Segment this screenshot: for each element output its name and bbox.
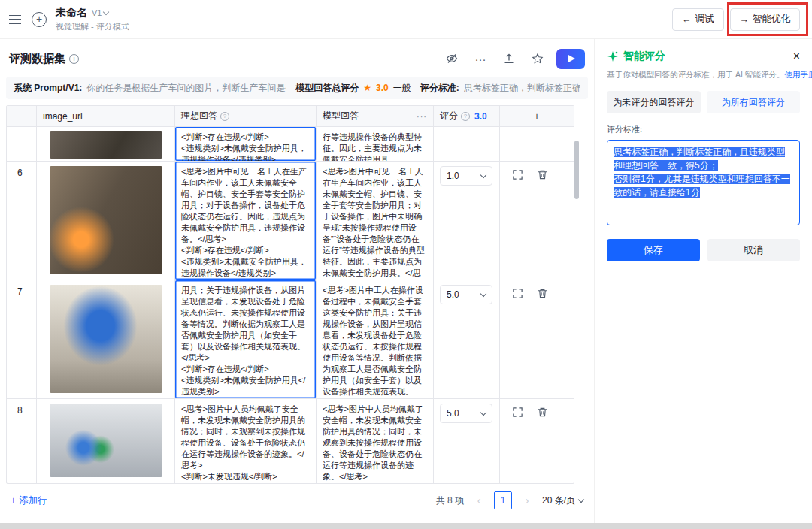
info-icon[interactable]: i: [69, 54, 79, 64]
image-cell: [37, 280, 175, 398]
score-value: 5.0: [447, 289, 459, 301]
hide-columns-icon[interactable]: [442, 49, 462, 68]
model-answer-cell[interactable]: <思考>图片中可见一名工人在生产车间内作业，该工人未佩戴安全帽、护目镜、安全手套…: [317, 162, 434, 280]
chevron-down-icon: [480, 409, 486, 415]
plus-icon: +: [534, 111, 539, 122]
page-size-label: 20 条/页: [542, 494, 575, 507]
more-icon[interactable]: ···: [471, 49, 490, 68]
add-row-button[interactable]: + 添加行: [11, 494, 47, 507]
chevron-down-icon: [578, 496, 584, 502]
score-select[interactable]: 5.0: [440, 404, 492, 423]
delete-icon[interactable]: [537, 288, 548, 299]
panel-description-text: 基于你对模型回答的评分标准，用于 AI 智能评分。: [607, 70, 784, 79]
chevron-down-icon: [103, 8, 109, 14]
score-select[interactable]: 5.0: [440, 285, 492, 304]
row-index: 7: [7, 280, 37, 398]
total-score-value: 3.0: [376, 83, 389, 93]
expand-icon[interactable]: [512, 169, 523, 180]
ideal-answer-text: <思考>图片中可见一名工人在生产车间内作业，该工人未佩戴安全帽、护目镜、安全手套…: [181, 166, 310, 279]
total-score-level: 一般: [393, 82, 411, 95]
row-index: 8: [7, 399, 37, 483]
model-answer-text: <思考>图片中人员均佩戴了安全帽，未发现未佩戴安全防护用具的情况；同时，未观察到…: [323, 404, 427, 483]
cancel-button[interactable]: 取消: [707, 239, 801, 261]
optimize-label: 智能优化: [753, 13, 790, 26]
star-rating-icon: ★: [363, 83, 371, 93]
image-cell: [37, 399, 175, 483]
column-more-icon[interactable]: ···: [417, 112, 427, 121]
ideal-answer-text: 用具；关于违规操作设备，从图片呈现信息看，未发现设备处于危险状态仍运行、未按操作…: [181, 285, 310, 398]
criteria-preview-label: 评分标准:: [420, 82, 459, 95]
table-row: 6 <思考>图片中可见一名工人在生产车间内作业，该工人未佩戴安全帽、护目镜、安全…: [7, 162, 574, 280]
add-column-button[interactable]: +: [500, 106, 574, 126]
ideal-answer-cell[interactable]: <思考>图片中人员均佩戴了安全帽，未发现未佩戴安全防护用具的情况；同时，未观察到…: [175, 399, 317, 483]
row-image[interactable]: [50, 166, 162, 274]
star-icon[interactable]: [528, 49, 547, 68]
table-row: <判断>存在违规</判断> <违规类别>未佩戴安全防护用具，违规操作设备</违规…: [7, 127, 574, 162]
menu-icon[interactable]: [9, 15, 21, 24]
actions-cell: [500, 127, 574, 161]
save-button[interactable]: 保存: [607, 239, 700, 261]
score-all-button[interactable]: 为所有回答评分: [707, 91, 801, 113]
row-image[interactable]: [50, 404, 162, 477]
criteria-preview-text: 思考标签正确，判断标签正确，且违...: [464, 82, 580, 95]
ideal-answer-text: <判断>存在违规</判断> <违规类别>未佩戴安全防护用具，违规操作设备</违规…: [181, 131, 310, 161]
system-prompt-bar: 系统 Prompt/V1: 你的任务是根据生产车间的图片，判断生产车间是否存在违…: [6, 77, 588, 99]
criteria-textarea[interactable]: 思考标签正确，判断标签正确，且违规类型和理想回答一致，得5分； 否则得1分，尤其…: [607, 140, 800, 225]
score-unscored-button[interactable]: 为未评分的回答评分: [607, 91, 701, 113]
prev-page-button[interactable]: ‹: [470, 491, 488, 509]
add-icon[interactable]: +: [32, 12, 47, 27]
topbar: + 未命名 V1 视觉理解 - 评分模式 ← 调试 → 智能优化: [0, 0, 812, 39]
col-header-image: image_url: [37, 106, 175, 126]
score-average: 3.0: [474, 111, 487, 122]
dataset-section: 评测数据集 i ··· 系统 Prompt/V1:: [0, 39, 594, 523]
next-page-button[interactable]: ›: [518, 491, 536, 509]
criteria-label: 评分标准:: [607, 124, 800, 135]
table-row: 7 用具；关于违规操作设备，从图片呈现信息看，未发现设备处于危险状态仍运行、未按…: [7, 280, 574, 399]
close-icon[interactable]: ×: [793, 50, 800, 62]
run-button[interactable]: [556, 49, 585, 69]
table-header-row: image_url 理想回答? 模型回答··· 评分?3.0 +: [7, 106, 574, 127]
smart-optimize-button[interactable]: → 智能优化: [730, 8, 801, 31]
ideal-answer-cell[interactable]: 用具；关于违规操作设备，从图片呈现信息看，未发现设备处于危险状态仍运行、未按操作…: [175, 280, 317, 398]
model-answer-cell[interactable]: <思考>图片中人员均佩戴了安全帽，未发现未佩戴安全防护用具的情况；同时，未观察到…: [317, 399, 434, 483]
score-select[interactable]: 1.0: [440, 166, 492, 186]
page-size-select[interactable]: 20 条/页: [542, 494, 583, 507]
actions-cell: [500, 280, 574, 398]
col-header-ideal: 理想回答?: [175, 106, 317, 126]
expand-icon[interactable]: [512, 288, 523, 299]
debug-label: 调试: [695, 13, 714, 26]
manual-link[interactable]: 使用手册: [784, 70, 812, 79]
model-answer-cell[interactable]: <思考>图片中工人在操作设备过程中，未佩戴安全手套这类安全防护用具；关于违规操作…: [317, 280, 434, 398]
help-icon[interactable]: ?: [220, 112, 229, 121]
score-cell: 5.0: [434, 280, 500, 398]
row-image[interactable]: [50, 131, 162, 159]
delete-icon[interactable]: [537, 169, 548, 180]
ideal-answer-cell[interactable]: <思考>图片中可见一名工人在生产车间内作业，该工人未佩戴安全帽、护目镜、安全手套…: [175, 162, 317, 280]
smart-scoring-panel: 智能评分 × 基于你对模型回答的评分标准，用于 AI 智能评分。使用手册 为未评…: [594, 39, 812, 523]
version-select[interactable]: V1: [92, 8, 108, 17]
model-answer-cell[interactable]: 行等违规操作设备的典型特征。因此，主要违规点为未佩戴安全防护用具。: [317, 127, 434, 161]
row-image[interactable]: [50, 285, 162, 393]
panel-title: 智能评分: [623, 50, 665, 63]
version-label: V1: [92, 8, 102, 17]
ideal-answer-text: <思考>图片中人员均佩戴了安全帽，未发现未佩戴安全防护用具的情况；同时，未观察到…: [181, 404, 310, 483]
play-icon: [568, 55, 575, 62]
model-answer-text: 行等违规操作设备的典型特征。因此，主要违规点为未佩戴安全防护用具。: [323, 131, 427, 161]
actions-cell: [500, 162, 574, 280]
col-ideal-label: 理想回答: [181, 110, 217, 122]
model-answer-text: <思考>图片中可见一名工人在生产车间内作业，该工人未佩戴安全帽、护目镜、安全手套…: [323, 166, 427, 280]
ideal-answer-cell[interactable]: <判断>存在违规</判断> <违规类别>未佩戴安全防护用具，违规操作设备</违规…: [175, 127, 317, 161]
current-page-button[interactable]: 1: [494, 491, 512, 509]
help-icon[interactable]: ?: [461, 112, 470, 121]
delete-icon[interactable]: [537, 407, 548, 418]
upload-icon[interactable]: [499, 49, 519, 68]
sparkle-icon: [607, 50, 619, 62]
expand-icon[interactable]: [512, 407, 523, 418]
table-footer: + 添加行 共 8 项 ‹ 1 › 20 条/页: [6, 487, 588, 514]
actions-cell: [500, 399, 574, 483]
dataset-title: 评测数据集: [9, 52, 65, 66]
dataset-toolbar: ···: [442, 49, 585, 69]
debug-button[interactable]: ← 调试: [672, 8, 724, 31]
table-row: 8 <思考>图片中人员均佩戴了安全帽，未发现未佩戴安全防护用具的情况；同时，未观…: [7, 399, 574, 483]
table-scrollbar[interactable]: [574, 141, 579, 199]
